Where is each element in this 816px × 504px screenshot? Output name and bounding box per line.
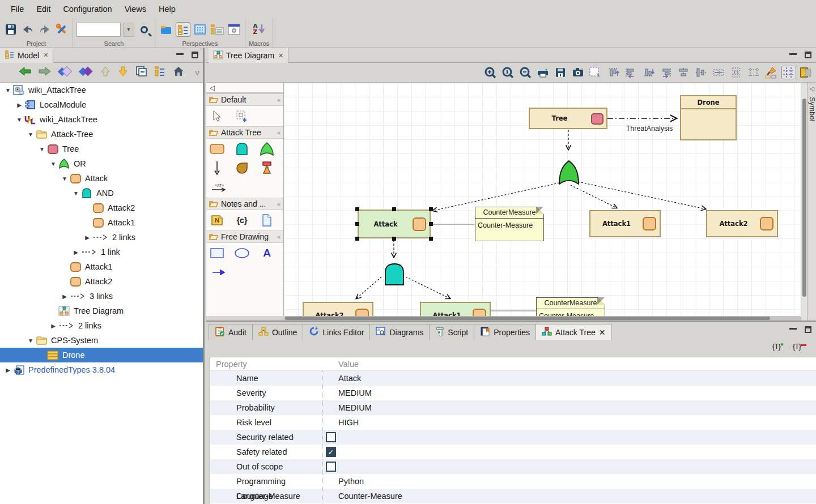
tree-view-button[interactable] xyxy=(154,66,166,79)
maximize-panel-button[interactable] xyxy=(192,52,198,58)
tab-model[interactable]: Model ✕ xyxy=(0,48,53,63)
workspace-icon[interactable] xyxy=(159,22,173,37)
print-icon[interactable] xyxy=(536,66,550,79)
palette-section-default[interactable]: Default« xyxy=(206,93,283,106)
expander-icon[interactable]: ▼ xyxy=(71,190,80,197)
align-right-icon[interactable] xyxy=(658,66,673,79)
palette-section-free-drawing[interactable]: Free Drawing« xyxy=(206,230,283,243)
back-button[interactable] xyxy=(18,66,32,79)
property-value[interactable]: Attack xyxy=(322,371,361,386)
zoom-in-icon[interactable] xyxy=(483,66,498,79)
property-value[interactable]: HIGH xyxy=(322,415,359,430)
tab-properties[interactable]: Properties xyxy=(474,324,536,340)
tree-item-and[interactable]: ▼AND xyxy=(0,186,203,200)
search-input[interactable] xyxy=(76,23,121,37)
editor-minimize-button[interactable] xyxy=(789,52,797,55)
tree-item-attack2[interactable]: Attack2 xyxy=(0,200,203,215)
attack1-bottom-badge[interactable] xyxy=(473,309,486,317)
symbol-panel-strip[interactable]: ◁ Symbol xyxy=(807,83,816,321)
distribute-icon[interactable] xyxy=(729,66,743,79)
tree-item-3-links[interactable]: ▶3 links xyxy=(0,289,203,304)
grid-toggle-icon[interactable] xyxy=(781,66,796,79)
move-up-button[interactable] xyxy=(100,66,111,79)
sequence-arrow-tool[interactable] xyxy=(210,161,224,176)
expander-icon[interactable]: ▼ xyxy=(15,117,24,123)
tab-close-icon[interactable]: ✕ xyxy=(599,328,606,337)
next-diagram-button[interactable] xyxy=(79,66,94,79)
window-gear-perspective-button[interactable] xyxy=(227,22,241,37)
arrow-tool[interactable] xyxy=(210,265,280,280)
edge-or-attack2[interactable] xyxy=(578,182,706,209)
center-horizontal-icon[interactable] xyxy=(676,66,691,79)
tab-tree-diagram[interactable]: Tree Diagram ✕ xyxy=(209,48,288,63)
capture-selection-icon[interactable] xyxy=(588,66,603,79)
tree-list-perspective-button[interactable] xyxy=(210,22,224,37)
menu-configuration[interactable]: Configuration xyxy=(57,0,118,18)
expander-icon[interactable]: ▼ xyxy=(60,176,69,182)
tree-item-attack1[interactable]: Attack1 xyxy=(0,259,203,274)
property-value[interactable]: Counter-Measure xyxy=(322,489,402,503)
property-row-safety-related[interactable]: Safety related✓ xyxy=(210,445,816,459)
expander-icon[interactable]: ▼ xyxy=(37,146,46,152)
save-diagram-icon[interactable] xyxy=(553,66,568,79)
palette-section-attack-tree[interactable]: Attack Tree« xyxy=(206,126,283,139)
node-tree[interactable]: Tree xyxy=(529,108,607,129)
tree-item-wiki-attacktree[interactable]: ▼wiki_AttackTree xyxy=(0,112,203,127)
tab-outline[interactable]: Outline xyxy=(252,324,303,340)
resize-handle[interactable] xyxy=(392,237,396,241)
tree-node-badge[interactable] xyxy=(591,113,604,125)
property-row-severity[interactable]: SeverityMEDIUM xyxy=(210,386,816,400)
checkbox-safety-related[interactable]: ✓ xyxy=(326,447,336,457)
attack-node-badge[interactable] xyxy=(413,217,426,231)
property-row-out-of-scope[interactable]: Out of scope xyxy=(210,459,816,474)
diagram-canvas[interactable]: Tree Drone ThreatAnalysis Attack Counter… xyxy=(284,83,801,316)
settings-tools-button[interactable] xyxy=(54,22,69,37)
expander-icon[interactable]: ▼ xyxy=(26,338,35,344)
tree-item-localmodule[interactable]: ▶LocalModule xyxy=(0,97,203,112)
menu-edit[interactable]: Edit xyxy=(30,0,57,18)
editor-maximize-button[interactable] xyxy=(805,52,811,58)
note-tool[interactable]: N xyxy=(210,213,224,228)
forward-button[interactable] xyxy=(38,66,52,79)
resize-handle[interactable] xyxy=(355,222,359,226)
property-row-name[interactable]: NameAttack xyxy=(210,371,816,386)
cursor-tool[interactable] xyxy=(210,109,224,123)
palette-collapse-button[interactable]: ◁ xyxy=(206,83,283,93)
attack1-node-badge[interactable] xyxy=(643,217,656,230)
canvas-horizontal-scrollbar[interactable] xyxy=(284,316,801,321)
node-attack2-bottom[interactable]: Attack2 xyxy=(303,302,373,316)
tree-item-attack1[interactable]: Attack1 xyxy=(0,215,203,230)
tree-item-predefinedtypes-3-8-04[interactable]: ▶PredefinedTypes 3.8.04 xyxy=(0,362,203,377)
tree-item-attack2[interactable]: Attack2 xyxy=(0,274,203,289)
palette-section-notes[interactable]: Notes and ...« xyxy=(206,198,283,210)
align-top-icon[interactable] xyxy=(606,66,620,79)
zoom-reset-icon[interactable] xyxy=(500,66,515,79)
menu-views[interactable]: Views xyxy=(118,0,152,18)
checkbox-out-of-scope[interactable] xyxy=(326,462,336,472)
resize-handle[interactable] xyxy=(429,237,433,241)
tab-links-editor[interactable]: Links Editor xyxy=(303,324,370,340)
tree-item-wiki-attacktree[interactable]: ▼wiki_AttackTree xyxy=(0,83,203,97)
ellipse-tool[interactable] xyxy=(235,246,249,260)
collapse-all-button[interactable] xyxy=(135,66,147,79)
tree-item-drone[interactable]: Drone xyxy=(0,348,203,362)
attack2-node-badge[interactable] xyxy=(760,217,774,230)
bottom-minimize-button[interactable] xyxy=(789,326,797,330)
rectangle-tool[interactable] xyxy=(210,246,224,260)
minimize-panel-button[interactable] xyxy=(176,52,184,55)
expander-icon[interactable]: ▶ xyxy=(60,293,69,300)
expander-icon[interactable]: ▶ xyxy=(3,367,12,373)
marquee-select-tool[interactable] xyxy=(235,109,249,123)
search-icon[interactable] xyxy=(137,22,151,37)
menu-file[interactable]: File xyxy=(5,0,30,18)
grid-perspective-button[interactable] xyxy=(193,22,207,37)
tree-diagram-tab-close-icon[interactable]: ✕ xyxy=(278,52,283,59)
expander-icon[interactable]: ▶ xyxy=(15,102,24,108)
node-drone[interactable]: Drone xyxy=(680,95,737,140)
tab-attack-tree[interactable]: Attack Tree✕ xyxy=(536,324,612,340)
remove-attribute-button[interactable]: {T}▬ xyxy=(793,342,806,351)
symbol-tab-label[interactable]: Symbol xyxy=(808,97,816,121)
property-row-counter-measure[interactable]: Counter-MeasureCounter-Measure xyxy=(210,489,816,503)
node-attack1-bottom[interactable]: Attack1 xyxy=(420,302,491,316)
format-painter-icon[interactable] xyxy=(764,66,779,79)
